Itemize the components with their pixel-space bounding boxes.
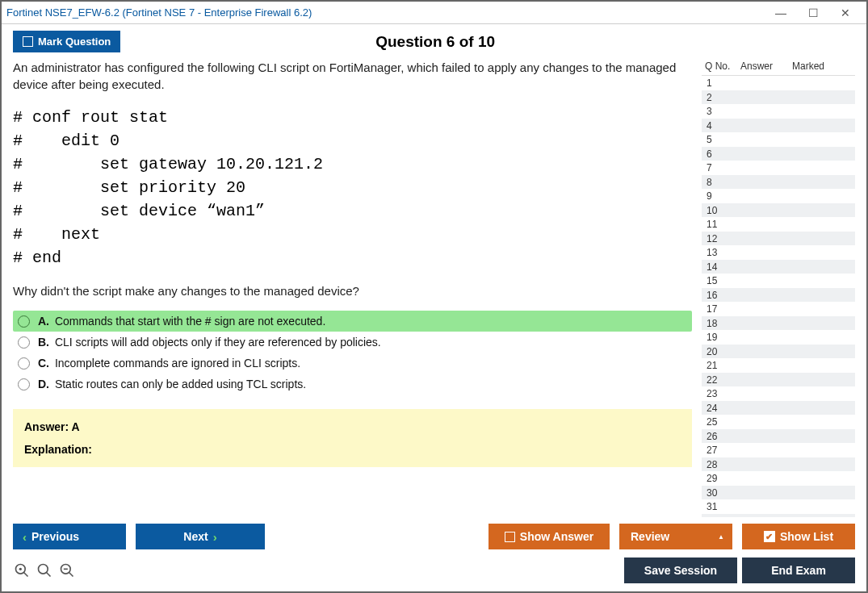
mark-question-label: Mark Question	[38, 35, 111, 48]
option-letter: C.	[38, 357, 49, 370]
show-answer-button[interactable]: Show Answer	[489, 524, 610, 549]
question-list-row[interactable]: 24	[702, 401, 855, 416]
main-area: An administrator has configured the foll…	[2, 59, 866, 517]
option-text: C. Incomplete commands are ignored in CL…	[38, 357, 300, 370]
question-list-row[interactable]: 21	[702, 358, 855, 373]
question-list-row[interactable]: 2	[702, 90, 855, 105]
question-list-row[interactable]: 10	[702, 203, 855, 218]
question-list-row[interactable]: 7	[702, 161, 855, 175]
footer-row-primary: ‹ Previous Next › Show Answer Review ▲ ✔…	[13, 524, 855, 549]
svg-line-1	[24, 573, 28, 577]
maximize-button[interactable]: ☐	[797, 3, 829, 23]
question-content[interactable]: An administrator has configured the foll…	[13, 59, 695, 517]
question-list-row[interactable]: 23	[702, 386, 855, 401]
option-text: D. Static routes can only be added using…	[38, 378, 306, 390]
question-list-row[interactable]: 18	[702, 316, 855, 331]
radio-icon	[18, 315, 30, 328]
chevron-right-icon: ›	[213, 530, 217, 544]
next-button[interactable]: Next ›	[136, 524, 265, 549]
question-list-row[interactable]: 22	[702, 373, 855, 387]
question-list-body[interactable]: 1234567891011121314151617181920212223242…	[702, 75, 855, 517]
question-list-row[interactable]: 19	[702, 330, 855, 345]
question-list-row[interactable]: 28	[702, 457, 855, 472]
next-label: Next	[183, 530, 208, 543]
col-qno: Q No.	[705, 61, 740, 72]
previous-label: Previous	[31, 530, 79, 543]
explanation-line: Explanation:	[24, 443, 681, 456]
zoom-reset-icon[interactable]	[13, 562, 31, 579]
svg-line-6	[69, 573, 73, 577]
zoom-out-icon[interactable]	[58, 562, 76, 579]
show-list-label: Show List	[780, 530, 833, 543]
triangle-up-icon: ▲	[718, 533, 724, 541]
question-list-row[interactable]: 13	[702, 245, 855, 260]
question-list-row[interactable]: 9	[702, 189, 855, 203]
footer-row-secondary: Save Session End Exam	[13, 558, 855, 583]
checkbox-icon	[505, 532, 515, 542]
question-list-row[interactable]: 20	[702, 345, 855, 359]
question-counter: Question 6 of 10	[120, 33, 750, 51]
question-list-row[interactable]: 29	[702, 471, 855, 486]
question-list-row[interactable]: 11	[702, 217, 855, 232]
question-list-row[interactable]: 17	[702, 302, 855, 316]
question-prompt: Why didn't the script make any changes t…	[13, 284, 692, 298]
options-list: A. Commands that start with the # sign a…	[13, 311, 692, 395]
question-list-row[interactable]: 31	[702, 499, 855, 514]
footer: ‹ Previous Next › Show Answer Review ▲ ✔…	[2, 517, 866, 591]
question-list-row[interactable]: 1	[702, 76, 855, 90]
show-list-button[interactable]: ✔ Show List	[742, 524, 855, 549]
checkbox-icon	[23, 36, 33, 47]
end-exam-label: End Exam	[771, 564, 826, 577]
option-row[interactable]: B. CLI scripts will add objects only if …	[13, 332, 692, 353]
option-letter: B.	[38, 336, 49, 349]
option-row[interactable]: D. Static routes can only be added using…	[13, 374, 692, 395]
question-list-row[interactable]: 30	[702, 486, 855, 500]
chevron-left-icon: ‹	[23, 530, 27, 544]
close-button[interactable]: ✕	[829, 3, 862, 23]
option-row[interactable]: C. Incomplete commands are ignored in CL…	[13, 353, 692, 374]
answer-panel: Answer: A Explanation:	[13, 409, 692, 467]
question-list-row[interactable]: 14	[702, 260, 855, 274]
question-list-row[interactable]: 27	[702, 443, 855, 457]
question-list-row[interactable]: 26	[702, 429, 855, 444]
show-answer-label: Show Answer	[520, 530, 593, 543]
col-answer: Answer	[740, 61, 792, 72]
option-row[interactable]: A. Commands that start with the # sign a…	[13, 311, 692, 332]
col-marked: Marked	[792, 61, 855, 72]
question-list-panel: Q No. Answer Marked 12345678910111213141…	[702, 59, 855, 517]
radio-icon	[18, 336, 30, 349]
header-row: Mark Question Question 6 of 10	[2, 24, 866, 59]
titlebar: Fortinet NSE7_EFW-6.2 (Fortinet NSE 7 - …	[2, 2, 866, 24]
save-session-button[interactable]: Save Session	[624, 558, 737, 583]
svg-line-4	[47, 573, 51, 577]
window-controls: — ☐ ✕	[765, 3, 862, 23]
zoom-in-icon[interactable]	[36, 562, 53, 579]
end-exam-button[interactable]: End Exam	[742, 558, 855, 583]
question-list-row[interactable]: 15	[702, 274, 855, 288]
app-window: Fortinet NSE7_EFW-6.2 (Fortinet NSE 7 - …	[0, 0, 868, 593]
save-session-label: Save Session	[644, 564, 717, 577]
mark-question-button[interactable]: Mark Question	[13, 31, 120, 52]
radio-icon	[18, 378, 30, 390]
question-list-row[interactable]: 6	[702, 147, 855, 161]
option-letter: A.	[38, 315, 49, 328]
svg-point-3	[39, 565, 48, 574]
option-text: B. CLI scripts will add objects only if …	[38, 336, 381, 349]
minimize-button[interactable]: —	[765, 3, 797, 23]
review-button[interactable]: Review ▲	[619, 524, 732, 549]
question-intro: An administrator has configured the foll…	[13, 59, 692, 93]
window-title: Fortinet NSE7_EFW-6.2 (Fortinet NSE 7 - …	[6, 6, 765, 19]
question-list-row[interactable]: 3	[702, 104, 855, 119]
question-list-row[interactable]: 4	[702, 119, 855, 133]
question-list-row[interactable]: 16	[702, 288, 855, 303]
question-list-row[interactable]: 12	[702, 232, 855, 246]
question-list-row[interactable]: 8	[702, 175, 855, 190]
question-list-row[interactable]: 25	[702, 415, 855, 429]
answer-line: Answer: A	[24, 420, 681, 433]
svg-point-2	[19, 568, 22, 570]
question-list-header: Q No. Answer Marked	[702, 59, 855, 75]
check-icon: ✔	[764, 531, 775, 542]
question-list-row[interactable]: 5	[702, 132, 855, 147]
review-label: Review	[631, 530, 669, 543]
previous-button[interactable]: ‹ Previous	[13, 524, 126, 549]
